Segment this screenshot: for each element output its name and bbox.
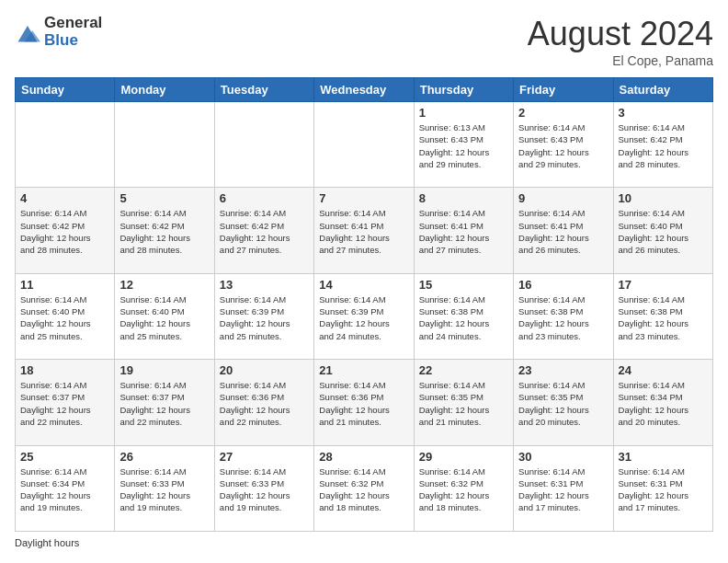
day-info: Sunrise: 6:14 AM Sunset: 6:35 PM Dayligh… [419,379,508,428]
day-info: Sunrise: 6:14 AM Sunset: 6:34 PM Dayligh… [619,379,708,428]
calendar-cell: 23Sunrise: 6:14 AM Sunset: 6:35 PM Dayli… [514,360,613,445]
day-number: 1 [419,106,508,120]
calendar-cell: 11Sunrise: 6:14 AM Sunset: 6:40 PM Dayli… [16,273,115,359]
day-number: 2 [518,106,608,120]
calendar-cell: 12Sunrise: 6:14 AM Sunset: 6:40 PM Dayli… [115,273,214,359]
day-number: 5 [119,191,209,205]
day-number: 9 [518,191,608,205]
day-info: Sunrise: 6:14 AM Sunset: 6:41 PM Dayligh… [419,207,508,256]
day-info: Sunrise: 6:14 AM Sunset: 6:39 PM Dayligh… [220,293,309,342]
calendar-cell: 20Sunrise: 6:14 AM Sunset: 6:36 PM Dayli… [214,360,313,445]
day-number: 10 [619,191,708,205]
day-number: 4 [20,191,109,205]
daylight-label: Daylight hours [15,537,79,548]
calendar-cell: 22Sunrise: 6:14 AM Sunset: 6:35 PM Dayli… [414,360,513,445]
calendar-cell: 5Sunrise: 6:14 AM Sunset: 6:42 PM Daylig… [115,188,214,273]
day-info: Sunrise: 6:14 AM Sunset: 6:42 PM Dayligh… [619,121,708,170]
day-number: 26 [119,450,209,464]
calendar-cell: 2Sunrise: 6:14 AM Sunset: 6:43 PM Daylig… [514,102,613,188]
day-number: 18 [20,363,109,377]
calendar-cell: 21Sunrise: 6:14 AM Sunset: 6:36 PM Dayli… [314,360,414,445]
day-number: 13 [220,278,309,292]
footer: Daylight hours [15,537,713,548]
day-info: Sunrise: 6:14 AM Sunset: 6:38 PM Dayligh… [619,293,708,342]
calendar-week-row: 11Sunrise: 6:14 AM Sunset: 6:40 PM Dayli… [16,273,713,359]
calendar-cell: 30Sunrise: 6:14 AM Sunset: 6:31 PM Dayli… [514,445,613,531]
calendar-cell: 1Sunrise: 6:13 AM Sunset: 6:43 PM Daylig… [414,102,513,188]
day-number: 14 [319,278,408,292]
calendar-cell: 9Sunrise: 6:14 AM Sunset: 6:41 PM Daylig… [514,188,613,273]
month-title: August 2024 [528,15,713,53]
day-info: Sunrise: 6:14 AM Sunset: 6:42 PM Dayligh… [119,207,209,256]
day-info: Sunrise: 6:14 AM Sunset: 6:41 PM Dayligh… [319,207,408,256]
day-number: 19 [119,363,209,377]
day-number: 23 [518,363,608,377]
calendar-header-tuesday: Tuesday [214,78,313,102]
calendar-header-wednesday: Wednesday [314,78,414,102]
day-info: Sunrise: 6:14 AM Sunset: 6:38 PM Dayligh… [419,293,508,342]
day-info: Sunrise: 6:14 AM Sunset: 6:31 PM Dayligh… [619,465,708,514]
day-info: Sunrise: 6:14 AM Sunset: 6:42 PM Dayligh… [220,207,309,256]
day-info: Sunrise: 6:14 AM Sunset: 6:40 PM Dayligh… [119,293,209,342]
day-number: 29 [419,450,508,464]
calendar-header-friday: Friday [514,78,613,102]
day-number: 25 [20,450,109,464]
day-info: Sunrise: 6:14 AM Sunset: 6:39 PM Dayligh… [319,293,408,342]
calendar-cell: 3Sunrise: 6:14 AM Sunset: 6:42 PM Daylig… [613,102,712,188]
calendar-cell: 18Sunrise: 6:14 AM Sunset: 6:37 PM Dayli… [16,360,115,445]
title-block: August 2024 El Cope, Panama [528,15,713,68]
day-number: 22 [419,363,508,377]
day-info: Sunrise: 6:14 AM Sunset: 6:32 PM Dayligh… [419,465,508,514]
day-number: 8 [419,191,508,205]
logo-blue: Blue [44,32,102,50]
calendar-cell: 17Sunrise: 6:14 AM Sunset: 6:38 PM Dayli… [613,273,712,359]
calendar-cell: 10Sunrise: 6:14 AM Sunset: 6:40 PM Dayli… [613,188,712,273]
day-info: Sunrise: 6:14 AM Sunset: 6:33 PM Dayligh… [220,465,309,514]
calendar-cell: 16Sunrise: 6:14 AM Sunset: 6:38 PM Dayli… [514,273,613,359]
calendar-cell: 27Sunrise: 6:14 AM Sunset: 6:33 PM Dayli… [214,445,313,531]
calendar-cell: 8Sunrise: 6:14 AM Sunset: 6:41 PM Daylig… [414,188,513,273]
day-number: 12 [119,278,209,292]
calendar-cell: 31Sunrise: 6:14 AM Sunset: 6:31 PM Dayli… [613,445,712,531]
calendar-header-sunday: Sunday [16,78,115,102]
calendar-table: SundayMondayTuesdayWednesdayThursdayFrid… [15,77,713,532]
day-info: Sunrise: 6:14 AM Sunset: 6:40 PM Dayligh… [619,207,708,256]
day-number: 28 [319,450,408,464]
calendar-cell: 7Sunrise: 6:14 AM Sunset: 6:41 PM Daylig… [314,188,414,273]
calendar-cell: 24Sunrise: 6:14 AM Sunset: 6:34 PM Dayli… [613,360,712,445]
calendar-cell: 19Sunrise: 6:14 AM Sunset: 6:37 PM Dayli… [115,360,214,445]
day-info: Sunrise: 6:14 AM Sunset: 6:34 PM Dayligh… [20,465,109,514]
calendar-header-monday: Monday [115,78,214,102]
calendar-cell: 6Sunrise: 6:14 AM Sunset: 6:42 PM Daylig… [214,188,313,273]
day-info: Sunrise: 6:14 AM Sunset: 6:33 PM Dayligh… [119,465,209,514]
day-number: 11 [20,278,109,292]
day-number: 15 [419,278,508,292]
day-info: Sunrise: 6:14 AM Sunset: 6:36 PM Dayligh… [220,379,309,428]
calendar-cell: 26Sunrise: 6:14 AM Sunset: 6:33 PM Dayli… [115,445,214,531]
day-number: 17 [619,278,708,292]
calendar-cell: 14Sunrise: 6:14 AM Sunset: 6:39 PM Dayli… [314,273,414,359]
day-info: Sunrise: 6:14 AM Sunset: 6:42 PM Dayligh… [20,207,109,256]
calendar-header-row: SundayMondayTuesdayWednesdayThursdayFrid… [16,78,713,102]
calendar-header-thursday: Thursday [414,78,513,102]
day-number: 27 [220,450,309,464]
day-info: Sunrise: 6:14 AM Sunset: 6:36 PM Dayligh… [319,379,408,428]
logo-text: General Blue [44,15,102,49]
calendar-week-row: 4Sunrise: 6:14 AM Sunset: 6:42 PM Daylig… [16,188,713,273]
day-number: 3 [619,106,708,120]
calendar-week-row: 25Sunrise: 6:14 AM Sunset: 6:34 PM Dayli… [16,445,713,531]
logo-general: General [44,15,102,32]
day-info: Sunrise: 6:14 AM Sunset: 6:38 PM Dayligh… [518,293,608,342]
day-info: Sunrise: 6:14 AM Sunset: 6:31 PM Dayligh… [518,465,608,514]
logo: General Blue [15,15,102,49]
generalblue-logo-icon [15,19,40,45]
day-number: 30 [518,450,608,464]
calendar-cell [214,102,313,188]
header: General Blue August 2024 El Cope, Panama [15,15,713,68]
calendar-cell: 4Sunrise: 6:14 AM Sunset: 6:42 PM Daylig… [16,188,115,273]
page: General Blue August 2024 El Cope, Panama… [0,0,728,563]
day-info: Sunrise: 6:13 AM Sunset: 6:43 PM Dayligh… [419,121,508,170]
calendar-header-saturday: Saturday [613,78,712,102]
day-number: 24 [619,363,708,377]
calendar-week-row: 18Sunrise: 6:14 AM Sunset: 6:37 PM Dayli… [16,360,713,445]
